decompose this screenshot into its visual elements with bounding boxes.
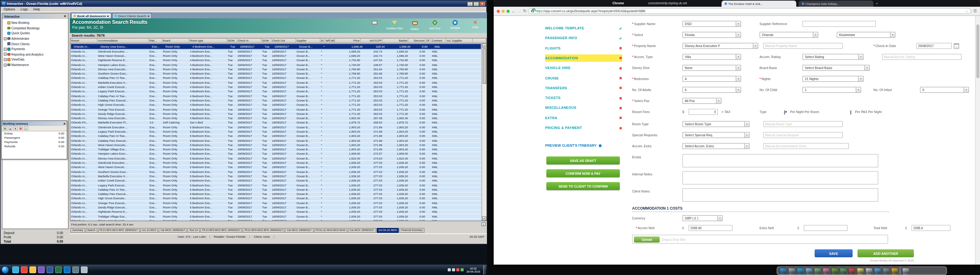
manual-accom-extra-input[interactable] — [763, 143, 849, 149]
bookmark-star-icon[interactable]: ☆ — [965, 9, 969, 13]
browser-tab-the-enclave-hotel-suit[interactable]: The Enclave Hotel & Suit... — [722, 1, 796, 7]
expander-icon[interactable]: + — [4, 47, 7, 51]
resort-fees-input[interactable] — [689, 109, 718, 115]
accom-rating-select[interactable]: Select Rating▼ — [802, 54, 864, 60]
state-select[interactable]: Florida▼ — [682, 32, 741, 38]
table-row[interactable]: Orlando Ar...Indian Creek Executi...Exe.… — [70, 179, 481, 183]
board-basis-select[interactable]: Select Board Basis▼ — [802, 65, 870, 71]
dock-icon-system-preferences[interactable] — [883, 267, 889, 274]
select-pax-select[interactable]: All Pax▼ — [682, 98, 722, 104]
table-row[interactable]: Orlando Ar...Calabay Parc At Tow...Exe..… — [70, 134, 481, 139]
menu-help[interactable]: Help — [33, 7, 40, 11]
table-row[interactable]: Orlando Ar...Marbella Executive H...Exe.… — [70, 174, 481, 179]
property-name-select[interactable]: Disney Area Executive F▼ — [682, 43, 758, 49]
taskbar-icon-file-explorer[interactable] — [29, 266, 36, 273]
table-row[interactable]: Orlando Ar...High Grove Executiv...Exe..… — [70, 103, 481, 107]
mac-minimize-button[interactable] — [502, 9, 505, 13]
new-tab-button[interactable]: + — [876, 2, 878, 5]
dock-icon-launchpad[interactable] — [788, 267, 795, 274]
doc-tab-direct-clients-search[interactable]: Direct Clients Search✖ — [112, 13, 152, 18]
tool-facilities-filter[interactable]: Facilities Filter — [385, 19, 404, 30]
total-nett-input[interactable] — [912, 225, 951, 231]
tool-navigate[interactable]: Navigate — [446, 19, 464, 30]
expander-icon[interactable]: + — [4, 58, 7, 61]
sidebar-item-new-booking[interactable]: New Booking — [4, 20, 68, 25]
calendar-icon[interactable] — [954, 43, 959, 49]
currency-select[interactable]: GBP ( £ )▼ — [682, 215, 723, 221]
column-header-room-type[interactable]: Room type — [189, 38, 227, 43]
sidebar-item-maintenance[interactable]: +Maintenance — [4, 62, 68, 68]
column-header-ms[interactable]: MS — [330, 38, 335, 43]
tray-icon-security-shield[interactable] — [456, 268, 459, 271]
supplier-name-select[interactable]: DSD▼ — [682, 21, 741, 27]
upload-dropzone[interactable]: Upload Drag & Drop files — [632, 235, 888, 244]
menu-options[interactable]: Options — [4, 7, 15, 11]
taskbar-icon-notepad[interactable] — [81, 266, 87, 273]
room-type-select[interactable]: Select Room Type▼ — [682, 121, 750, 127]
page-scrollbar[interactable] — [975, 16, 980, 265]
accom-extra-select[interactable]: Select Accom. Extra▼ — [682, 143, 750, 149]
table-row[interactable]: Orlando Ar...Glenbrook Executive ...Exe.… — [70, 161, 481, 166]
dock-icon-photos[interactable] — [822, 267, 829, 274]
plus-icon[interactable]: ✚ — [3, 126, 7, 130]
column-header-price[interactable]: Price — [335, 38, 361, 43]
dock-icon-chrome[interactable] — [891, 267, 898, 274]
expander-icon[interactable]: + — [4, 53, 7, 56]
internal-notes-textarea[interactable] — [682, 171, 878, 185]
manual-property-name-input[interactable] — [763, 43, 843, 49]
bottom-tab-car-mco-29-08-2017[interactable]: Car MCO: 29/08/2017 — [285, 228, 313, 232]
sidebar-item-viewdata[interactable]: +ViewData — [4, 57, 68, 62]
column-header-supplier[interactable]: Supplier — [296, 38, 320, 43]
table-row[interactable]: Orlando Ar...Trafalgar Village Exe...Exe… — [70, 215, 481, 219]
mac-close-button[interactable] — [497, 9, 500, 13]
start-button[interactable] — [1, 266, 9, 274]
dock-icon-reminders[interactable] — [865, 267, 872, 274]
booking-summary-close-icon[interactable]: ✖ — [64, 122, 65, 125]
tool-printer-icon[interactable] — [365, 19, 383, 30]
table-row[interactable]: Orlando Ar...Highlands Reserve E...Exe..… — [70, 58, 481, 63]
taskbar-icon-word[interactable] — [46, 266, 53, 273]
table-row[interactable]: Orlando Ar...Glenbrook Executive ...Exe.… — [70, 125, 481, 130]
back-icon[interactable]: ← — [511, 9, 515, 13]
table-row[interactable]: Orlando Ar...Calabay Parc At Tow...Exe..… — [70, 94, 481, 99]
taskbar-icon-chrome[interactable] — [21, 266, 27, 273]
scroll-up-icon[interactable]: ▲ — [482, 43, 486, 47]
url-bar[interactable]: https ://spp-convert.co.uk/go2bookquote.… — [528, 8, 971, 14]
tool-close[interactable]: ✖Close — [466, 19, 485, 30]
table-row[interactable]: Orlando Ar...Disney Area Executiv...Exe.… — [70, 219, 481, 221]
table-row[interactable]: Orlando Ar...Calabay Parc At Tow...Exe..… — [70, 188, 481, 192]
window-title-bar[interactable]: Interactive - Ocean-Florida (code: wMrVv… — [1, 1, 486, 7]
table-row[interactable]: Orlando Ar...Trafalgar Village Exe...Exe… — [70, 148, 481, 152]
sidebar-item-administrator[interactable]: +Administrator — [4, 36, 68, 41]
bottom-tab-acc-6a-1c-mco[interactable]: Acc 6A,1C MCO — [377, 228, 399, 232]
taskbar-icon-remote-desktop[interactable] — [72, 266, 79, 273]
table-row[interactable]: Orlando Ar...West Haven Executiv...Exe..… — [70, 143, 481, 148]
sidebar-item-payments[interactable]: +Payments — [4, 46, 68, 52]
add-another-button[interactable]: ADD ANOTHER — [858, 249, 914, 257]
column-header-incl-flpp[interactable]: Incl.FLPP — [361, 38, 383, 43]
sidebar-item-direct-clients[interactable]: Direct Clients — [4, 41, 68, 46]
manual-room-type-input[interactable] — [763, 121, 843, 127]
dock-icon-calendar[interactable] — [848, 267, 855, 274]
taskbar-icon-excel[interactable] — [55, 266, 62, 273]
accom-type-select[interactable]: Villa▼ — [682, 54, 741, 60]
sidebar-item-completed-bookings[interactable]: Completed Bookings — [4, 25, 68, 30]
table-row[interactable]: Orlando Ar...Disney Area Executiv...Exe.… — [70, 67, 481, 72]
close-tab-icon[interactable]: ✖ — [148, 14, 150, 17]
dock-icon-messages[interactable] — [831, 267, 838, 274]
table-row[interactable]: Orlando Ar...Glenbrook Executive ...Exe.… — [70, 49, 481, 54]
tool-nett-price[interactable]: Nett Price — [426, 19, 444, 30]
taskbar-icon-media-player[interactable] — [38, 266, 45, 273]
special-requests-select[interactable]: Select Special Req.▼ — [682, 132, 750, 138]
menu-logs[interactable]: Logs — [21, 7, 27, 11]
table-row[interactable]: Orlando Pri...Marbella Executive Pl...3.… — [70, 121, 481, 126]
children-select[interactable]: 1▼ — [802, 87, 861, 93]
tray-icon-update[interactable] — [460, 268, 463, 271]
forward-icon[interactable]: → — [517, 9, 521, 13]
sidebar-item-quick-quotes[interactable]: Quick Quotes — [4, 30, 68, 36]
column-header-er[interactable]: Er — [320, 38, 325, 43]
dock-icon-notes[interactable] — [857, 267, 864, 274]
table-row[interactable]: Orlando Ar...Southern Dunes Exec...Exe..… — [70, 72, 481, 76]
table-row[interactable]: Orlando Ar...Disney Area Executiv...Exe.… — [70, 116, 481, 121]
info-icon[interactable]: i — [481, 223, 486, 226]
